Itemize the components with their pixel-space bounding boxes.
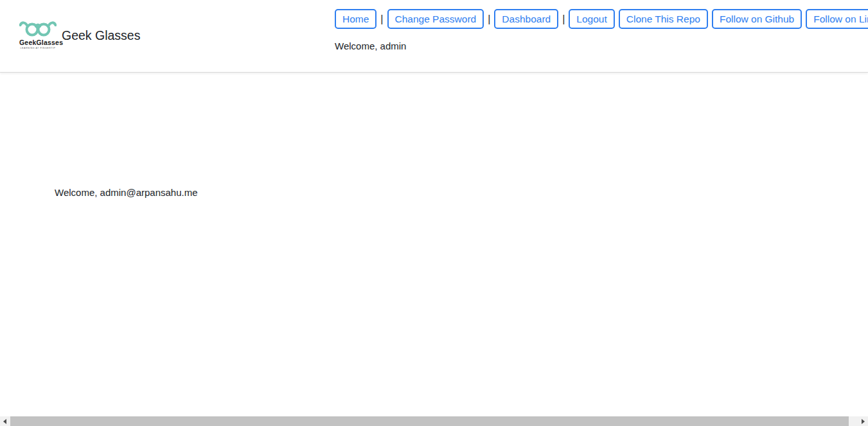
nav-separator: |	[488, 13, 490, 25]
left-arrow-icon	[3, 419, 6, 424]
nav-button-logout[interactable]: Logout	[569, 9, 614, 29]
page-title: Geek Glasses	[62, 28, 140, 43]
horizontal-scrollbar[interactable]	[0, 416, 868, 426]
nav-button-follow-linkedin[interactable]: Follow on LinkedIn	[806, 9, 868, 29]
nav-button-home[interactable]: Home	[335, 9, 376, 29]
nav-button-change-password[interactable]: Change Password	[387, 9, 484, 29]
logo-wordmark: GeekGlasses	[19, 39, 57, 46]
nav-button-clone-repo[interactable]: Clone This Repo	[619, 9, 708, 29]
welcome-message: Welcome, admin@arpansahu.me	[55, 187, 198, 198]
nav-welcome-text: Welcome, admin	[335, 40, 406, 51]
scrollbar-left-arrow[interactable]	[0, 416, 10, 426]
scrollbar-right-arrow[interactable]	[858, 416, 868, 426]
nav-button-dashboard[interactable]: Dashboard	[494, 9, 558, 29]
geek-glasses-logo[interactable]: GeekGlasses LEARNING AT FINGERTIP	[19, 17, 57, 49]
nav-button-follow-github[interactable]: Follow on Github	[712, 9, 802, 29]
scrollbar-thumb[interactable]	[10, 416, 849, 426]
nav-separator: |	[562, 13, 565, 25]
header: GeekGlasses LEARNING AT FINGERTIP Geek G…	[0, 0, 868, 73]
right-arrow-icon	[862, 419, 865, 424]
nav-separator: |	[380, 13, 383, 25]
glasses-icon	[19, 17, 57, 39]
logo-tagline: LEARNING AT FINGERTIP	[19, 48, 57, 50]
main-nav: Home | Change Password | Dashboard | Log…	[335, 9, 868, 29]
